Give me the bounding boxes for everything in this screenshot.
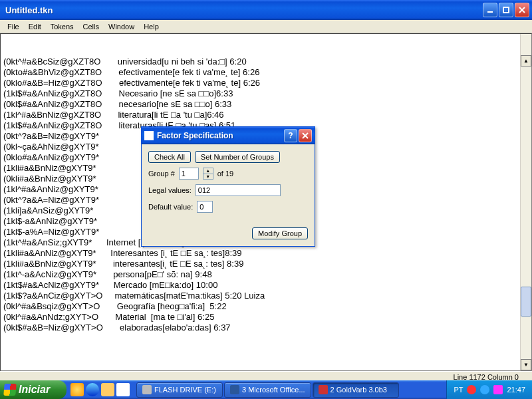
quicklaunch-icon[interactable]: [70, 383, 84, 396]
editor-line: (1kl$?a&AnCiz@gXYT>O matemáticas[matE'ma…: [3, 291, 529, 301]
menu-help[interactable]: Help: [139, 21, 164, 32]
default-value-input[interactable]: [197, 201, 213, 213]
clock[interactable]: 21:47: [507, 386, 525, 394]
word-icon: [230, 385, 239, 394]
task-item-drive[interactable]: FLASH DRIVE (E:): [136, 382, 223, 398]
editor-line: (0kto#a&BhViz@gXZT8O efectivamente[e fek…: [3, 67, 529, 78]
default-value-label: Default value:: [148, 203, 193, 211]
editor-line: (1kt^-a&AcNiz@gXYT9* persona[pE□' sõ: na…: [3, 269, 529, 280]
menu-edit[interactable]: Edit: [24, 21, 46, 32]
group-number-label: Group #: [148, 170, 175, 178]
factor-specification-dialog: Factor Specification ? Check All Set Num…: [141, 126, 315, 247]
quicklaunch-icon[interactable]: [86, 383, 99, 396]
editor-line: (0kl^#a&Bsqiz@gXYT>O Geografía [heog□a'f…: [3, 301, 529, 312]
editor-line: (0kl$#a&B=Niz@gXYT>O elaboradas[elabo'a:…: [3, 323, 529, 333]
dialog-icon: [144, 131, 154, 140]
editor-line: (0kl$#a&AnNiz@gXZT8O necesario[ne sE sa …: [3, 99, 529, 110]
language-indicator[interactable]: PT: [454, 386, 463, 394]
tray-icon[interactable]: [467, 385, 476, 394]
check-all-button[interactable]: Check All: [148, 151, 191, 163]
task-item-office[interactable]: 3 Microsoft Office...: [224, 382, 311, 398]
taskbar: Iniciar FLASH DRIVE (E:) 3 Microsoft Off…: [0, 380, 532, 399]
svg-rect-1: [503, 7, 509, 13]
start-button[interactable]: Iniciar: [0, 380, 66, 399]
menu-bar: File Edit Tokens Cells Window Help: [0, 20, 532, 33]
task-label: 3 Microsoft Office...: [242, 386, 305, 394]
dialog-help-button[interactable]: ?: [284, 129, 297, 142]
quicklaunch-icon[interactable]: [116, 383, 130, 396]
menu-file[interactable]: File: [3, 21, 24, 32]
quick-launch: [66, 380, 134, 399]
close-button[interactable]: [515, 3, 529, 17]
editor-line: (1kl^#a&BnNiz@gXZT8O literatura[li tE □a…: [3, 110, 529, 120]
editor-line: (1kli#a&AnNiz@gXYT9* Interesantes [i˛ tE…: [3, 248, 529, 259]
task-item-goldvarb[interactable]: 2 GoldVarb 3.0b3: [313, 382, 399, 398]
menu-tokens[interactable]: Tokens: [46, 21, 78, 32]
menu-window[interactable]: Window: [104, 21, 139, 32]
modify-group-button[interactable]: Modify Group: [252, 227, 308, 239]
scroll-up-button[interactable]: ▲: [521, 55, 531, 66]
task-label: FLASH DRIVE (E:): [154, 386, 216, 394]
editor-line: (0klo#a&B=Hiz@gXZT8O efectivamente[e fek…: [3, 78, 529, 88]
maximize-button[interactable]: [499, 3, 513, 17]
editor-line: (0kt^#a&BcSiz@gXZT8O universidad[u ni be…: [3, 57, 529, 67]
group-of-label: of 19: [217, 170, 233, 178]
quicklaunch-icon[interactable]: [101, 383, 114, 396]
title-bar: Untitled.tkn: [0, 0, 532, 20]
task-label: 2 GoldVarb 3.0b3: [331, 386, 387, 394]
minimize-button[interactable]: [483, 3, 497, 17]
scroll-thumb[interactable]: [521, 287, 531, 317]
dialog-title-bar[interactable]: Factor Specification ?: [142, 127, 315, 144]
window-controls: [483, 3, 529, 17]
drive-icon: [142, 385, 152, 394]
windows-logo-icon: [3, 384, 17, 396]
editor-line: (1kli#a&BnNiz@gXYT9* interesantes[i˛ tE …: [3, 259, 529, 269]
tray-icon[interactable]: [480, 385, 489, 394]
tray-icon[interactable]: [493, 385, 503, 394]
legal-values-label: Legal values:: [148, 186, 192, 194]
window-title: Untitled.tkn: [3, 5, 483, 15]
scroll-down-button[interactable]: ▼: [521, 359, 531, 370]
menu-cells[interactable]: Cells: [78, 21, 104, 32]
dialog-title: Factor Specification: [157, 131, 284, 140]
group-number-input[interactable]: [179, 168, 199, 180]
group-spinner[interactable]: ▲▼: [203, 168, 213, 180]
editor-line: (0kl^#a&AnNdz;gXYT>O Material [ma te □i'…: [3, 312, 529, 323]
vertical-scrollbar[interactable]: ▲ ▼: [520, 34, 531, 370]
editor-line: (1kt$#a&AcNiz@gXYT9* Mercado [mE□ka:do] …: [3, 280, 529, 291]
set-number-of-groups-button[interactable]: Set Number of Groups: [195, 151, 280, 163]
app-icon: [319, 385, 328, 394]
editor-line: (1kl$#a&AnNiz@gXZT8O Necesario [ne sE sa…: [3, 88, 529, 99]
start-label: Iniciar: [19, 384, 50, 396]
task-items: FLASH DRIVE (E:) 3 Microsoft Office... 2…: [134, 380, 446, 399]
legal-values-input[interactable]: [196, 184, 281, 196]
dialog-close-button[interactable]: [299, 129, 312, 142]
system-tray[interactable]: PT 21:47: [446, 380, 532, 399]
